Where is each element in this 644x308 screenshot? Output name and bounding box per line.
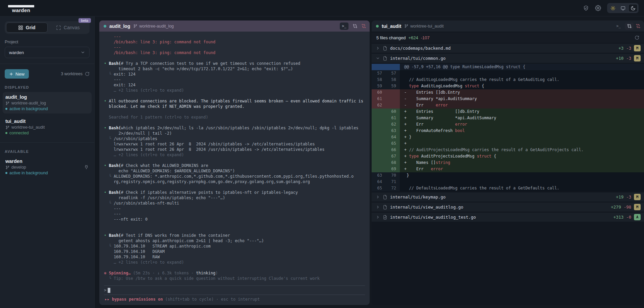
file-path: docs/codemaps/backend.md: [390, 46, 616, 51]
terminal-line: • Bash(# Check if iptables alternative p…: [104, 190, 365, 195]
chevron-right-icon[interactable]: [376, 46, 380, 50]
terminal-line: • All outbound connections are blocked. …: [104, 99, 365, 104]
diff-line: 68+ Names []string: [372, 160, 644, 166]
terminal-line: [104, 56, 365, 61]
theme-system-monitor-icon[interactable]: [618, 4, 628, 12]
prompt-symbol: >: [104, 288, 106, 293]
diff-line-content: + Entries []db.Entry: [400, 108, 644, 115]
diff-line-content: // AuditLogLoadedMsg carries the result …: [400, 77, 644, 83]
worktree-item-warden[interactable]: wardendevelopactive in background: [3, 156, 92, 178]
terminal-output[interactable]: --- /bin/bash: line 3: ping: command not…: [99, 32, 370, 305]
branch-icon: [5, 125, 10, 130]
file-path: internal/tui/view_auditlog_test.go: [390, 215, 611, 220]
old-line-number: [372, 160, 386, 166]
chevron-right-icon[interactable]: [376, 195, 380, 199]
file-icon: [383, 56, 387, 61]
terminal-line: ---: [104, 45, 365, 50]
diff-line-content: + }: [400, 134, 644, 140]
terminal-icon[interactable]: >_: [340, 23, 348, 30]
plug-icon[interactable]: [84, 165, 89, 170]
new-line-number: 61: [386, 115, 400, 121]
terminal-line: timeout 2 bash -c "echo >/dev/tcp/172.17…: [104, 67, 365, 72]
terminal-line: /bin/bash: line 3: ping: command not fou…: [104, 50, 365, 56]
unlink-icon[interactable]: [361, 24, 366, 29]
new-line-number: 71: [386, 179, 400, 185]
diff-summary-row: 5 files changed +624 -107: [372, 33, 644, 43]
file-row[interactable]: internal/tui/keymap.go+19-3M: [372, 192, 644, 202]
chevron-down-icon[interactable]: [376, 56, 380, 60]
diff-hunk-header: @@ -57,9 +57,16 @@ type RuntimesLoadedMs…: [372, 64, 644, 70]
diff-line: 5757: [372, 70, 644, 77]
new-line-number: 57: [386, 70, 400, 77]
diff-line-content: + FromAutoRefresh bool: [400, 128, 644, 134]
chevron-right-icon[interactable]: [376, 205, 380, 209]
diff-line-content: + Err error: [400, 121, 644, 128]
file-additions: +279: [611, 205, 621, 210]
unlink-icon[interactable]: [636, 24, 641, 29]
diff-view: @@ -57,9 +57,16 @@ type RuntimesLoadedMs…: [372, 64, 644, 191]
theme-dark-moon-icon[interactable]: [628, 4, 638, 12]
new-line-number: 72: [386, 185, 400, 191]
terminal-prompt-input[interactable]: >: [104, 285, 365, 295]
shield-check-icon[interactable]: [583, 5, 589, 11]
terminal-line: • Bash(# Test if DNS works from inside t…: [104, 233, 365, 238]
worktree-status: active in background: [5, 106, 48, 111]
file-path: internal/tui/common.go: [390, 56, 613, 61]
total-deletions: -107: [421, 35, 430, 40]
diff-line: 6572 // DefaultsLoadedMsg carries the re…: [372, 185, 644, 191]
terminal-line: └ /usr/sbin/iptables: [104, 136, 365, 142]
git-compare-icon[interactable]: [351, 23, 359, 30]
old-line-number: [372, 121, 386, 128]
terminal-icon[interactable]: >_: [614, 23, 623, 30]
status-dot: [104, 25, 106, 28]
tab-canvas[interactable]: Canvas: [48, 23, 89, 33]
worktree-item-tui_audit[interactable]: tui_auditworktree-tui_auditconnected: [3, 116, 92, 138]
new-line-number: 60: [386, 108, 400, 115]
terminal-line: └ ALLOWED_DOMAINS: *.anthropic.com,*.git…: [104, 174, 365, 179]
file-row[interactable]: internal/tui/common.go+10-3M: [372, 54, 644, 63]
diff-line-content: [400, 70, 644, 77]
view-toggle: Grid Canvas beta: [5, 21, 90, 34]
file-icon: [383, 205, 387, 210]
project-select[interactable]: warden: [5, 47, 90, 58]
terminal-line: ✻ Spinning… (5m 23s · ↓ 6.3k tokens · th…: [104, 271, 365, 276]
file-status-badge: A: [634, 214, 641, 220]
git-compare-icon[interactable]: [625, 23, 634, 30]
chevron-right-icon[interactable]: [376, 215, 380, 219]
terminal-line: getent ahosts api.anthropic.com 2>&1 | h…: [104, 238, 365, 244]
old-line-number: [372, 108, 386, 115]
terminal-line: [104, 109, 365, 115]
new-line-number: 58: [386, 77, 400, 83]
terminal-line: • Bash(# Try a TCP connection test to se…: [104, 61, 365, 67]
refresh-icon[interactable]: [635, 35, 639, 40]
old-line-number: 62: [372, 102, 386, 108]
tab-grid-label: Grid: [26, 25, 36, 30]
file-row[interactable]: docs/codemaps/backend.md+3-3M: [372, 44, 644, 53]
terminal-line: 160.79.104.10 RAW: [104, 255, 365, 260]
refresh-icon[interactable]: [85, 72, 90, 76]
terminal-line: └ 160.79.104.10 STREAM api.anthropic.com: [104, 244, 365, 249]
file-row[interactable]: internal/tui/view_auditlog_test.go+313-0…: [372, 213, 644, 222]
old-line-number: 63: [372, 172, 386, 179]
worktree-status: active in background: [5, 171, 48, 175]
theme-light-sun-icon[interactable]: [608, 4, 618, 12]
new-line-number: 68: [386, 160, 400, 166]
file-deletions: -0: [626, 215, 631, 220]
file-row[interactable]: internal/tui/view_auditlog.go+279-98M: [372, 203, 644, 212]
diff-line-content: + // AuditProjectsLoadedMsg carries the …: [400, 147, 644, 153]
old-line-number: [372, 115, 386, 121]
settings-gear-icon[interactable]: [595, 5, 601, 11]
diff-line-content: + Names []string: [400, 160, 644, 166]
terminal-line: [104, 222, 365, 228]
diff-line: 61+ Summary *api.AuditSummary: [372, 115, 644, 121]
old-line-number: [372, 147, 386, 153]
worktree-item-audit_log[interactable]: audit_logworktree-audit_logactive in bac…: [3, 92, 92, 114]
diff-panel: tui_audit worktree-tui_audit >_ 5 files …: [372, 20, 644, 305]
terminal-line: … +2 lines (ctrl+o to expand): [104, 88, 365, 93]
old-line-number: 60: [372, 89, 386, 96]
new-worktree-button[interactable]: New: [5, 69, 29, 79]
branch-icon: [5, 101, 10, 105]
terminal-line: lrwxrwxrwx 1 root root 26 Apr 8 2024 /sb…: [104, 142, 365, 147]
tab-grid[interactable]: Grid: [6, 23, 48, 33]
file-additions: +19: [616, 194, 624, 200]
